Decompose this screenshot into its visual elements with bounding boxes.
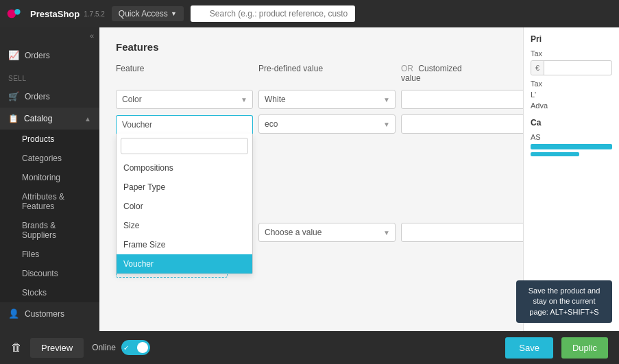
online-toggle-area: Online ✓ (92, 340, 150, 355)
save-tooltip: Save the product and stay on the current… (516, 280, 612, 323)
online-toggle[interactable]: ✓ (121, 340, 150, 355)
dropdown-item-size[interactable]: Size (117, 216, 252, 235)
tax-label-2: Tax (531, 80, 612, 88)
dropdown-item-voucher[interactable]: Voucher (117, 254, 252, 274)
duplicate-label: Duplic (572, 343, 597, 353)
global-search-input[interactable] (191, 5, 355, 22)
preview-label: Preview (41, 343, 73, 353)
feature-dropdown-panel: Compositions Paper Type Color Size Frame… (116, 134, 253, 274)
customers-label: Customers (25, 309, 64, 319)
online-label: Online (92, 343, 116, 352)
delete-product-button[interactable]: 🗑 (11, 341, 22, 354)
predefined-select-wrapper-2: eco ▼ (258, 114, 396, 134)
tax-note: L' (531, 90, 612, 99)
sidebar-item-customers[interactable]: 👤 Customers (0, 302, 99, 325)
svg-point-0 (8, 10, 16, 19)
customized-input-3[interactable] (401, 223, 523, 242)
predefined-select-3[interactable]: Choose a value (258, 223, 396, 242)
card-section-title: Ca (531, 118, 612, 128)
toggle-knob (137, 342, 148, 353)
dropdown-search-input[interactable] (121, 138, 248, 154)
catalog-icon: 📋 (8, 114, 19, 123)
catalog-submenu: Products Categories Monitoring Attribute… (0, 130, 99, 302)
predefined-select-wrapper-3: Choose a value ▼ (258, 223, 396, 242)
bottom-action-bar: 🗑 Preview Online ✓ Save Duplic (0, 331, 619, 364)
dropdown-item-paper-type[interactable]: Paper Type (117, 178, 252, 197)
sidebar-item-discounts[interactable]: Discounts (0, 264, 99, 283)
predefined-select-wrapper-1: White ▼ (258, 90, 396, 109)
customized-input-1[interactable] (401, 90, 523, 109)
dropdown-item-frame-size[interactable]: Frame Size (117, 235, 252, 254)
adv-label: Adva (531, 101, 612, 110)
sidebar-item-customer-service[interactable]: 💬 Customer Service (0, 325, 99, 331)
sidebar-item-catalog[interactable]: 📋 Catalog ▲ (0, 108, 99, 130)
sell-section-label: SELL (0, 66, 99, 85)
card-bar-short (531, 152, 579, 156)
feature-select-wrapper-1: Color ▼ (116, 90, 253, 109)
as-label: AS (531, 133, 612, 141)
feature-select-1[interactable]: Color (116, 90, 253, 109)
prestashop-logo (7, 7, 26, 21)
sidebar: « 📈 Orders SELL 🛒 Orders 📋 Catalog ▲ Pro… (0, 27, 99, 331)
sidebar-item-files[interactable]: Files (0, 245, 99, 264)
feature-select-2[interactable]: Voucher (116, 115, 253, 134)
feature-row-1: Color ▼ White ▼ 🗑 (116, 90, 507, 109)
customized-input-2[interactable] (401, 114, 523, 134)
tax-label-1: Tax (531, 49, 612, 58)
sidebar-item-brands[interactable]: Brands & Suppliers (0, 216, 99, 245)
price-input[interactable] (544, 61, 592, 75)
sidebar-item-attributes[interactable]: Attributes & Features (0, 187, 99, 216)
right-panel-title: Pri (531, 34, 612, 44)
top-navigation-bar: PrestaShop 1.7.5.2 Quick Access ▼ 🔍 (0, 0, 619, 27)
feature-col-header: Feature (116, 64, 253, 83)
check-icon: ✓ (123, 344, 129, 352)
feature-row-2-container: Voucher Compositions Paper Type Color Si… (116, 114, 507, 134)
svg-point-1 (14, 9, 20, 14)
search-area: 🔍 (191, 5, 355, 22)
sidebar-item-categories[interactable]: Categories (0, 149, 99, 168)
sidebar-item-monitoring[interactable]: Monitoring (0, 168, 99, 187)
save-button[interactable]: Save (505, 337, 553, 359)
main-content: Features Feature Pre-defined value OR Cu… (99, 27, 523, 331)
sidebar-item-dashboard[interactable]: 📈 Orders (0, 44, 99, 66)
features-section-title: Features (116, 41, 507, 53)
currency-badge: € (531, 61, 544, 75)
card-section: Ca AS (531, 118, 612, 156)
predefined-col-header: Pre-defined value (258, 64, 396, 83)
sidebar-item-stocks[interactable]: Stocks (0, 283, 99, 302)
price-input-wrapper: € (531, 60, 612, 75)
quick-access-button[interactable]: Quick Access ▼ (112, 6, 184, 21)
chevron-down-icon: ▼ (171, 10, 177, 17)
brand-name: PrestaShop (30, 9, 80, 19)
logo-area: PrestaShop 1.7.5.2 (7, 7, 105, 21)
sidebar-item-label: Orders (25, 51, 50, 60)
sidebar-item-products[interactable]: Products (0, 130, 99, 149)
tooltip-text: Save the product and stay on the current… (529, 287, 600, 316)
or-label: OR (401, 64, 413, 73)
features-headers: Feature Pre-defined value OR Customized … (116, 64, 507, 86)
save-label: Save (519, 343, 539, 353)
preview-button[interactable]: Preview (30, 338, 84, 358)
feature-row-2: Voucher Compositions Paper Type Color Si… (116, 114, 507, 134)
card-bar-full (531, 144, 612, 149)
catalog-label: Catalog (24, 114, 52, 123)
quick-access-label: Quick Access (119, 9, 168, 19)
dashboard-icon: 📈 (8, 50, 19, 60)
dropdown-item-compositions[interactable]: Compositions (117, 158, 252, 178)
feature-dropdown-container: Voucher Compositions Paper Type Color Si… (116, 115, 253, 134)
version-label: 1.7.5.2 (84, 10, 105, 18)
sidebar-collapse-button[interactable]: « (0, 27, 99, 44)
customers-icon: 👤 (8, 308, 19, 319)
dropdown-item-color[interactable]: Color (117, 197, 252, 216)
chevron-up-icon: ▲ (84, 115, 91, 123)
predefined-select-1[interactable]: White (258, 90, 396, 109)
sidebar-item-orders[interactable]: 🛒 Orders (0, 85, 99, 108)
customized-col-header: OR Customized value (401, 64, 481, 83)
orders-label: Orders (25, 92, 50, 101)
predefined-select-2[interactable]: eco (258, 114, 396, 134)
orders-icon: 🛒 (8, 91, 19, 101)
duplicate-button[interactable]: Duplic (561, 337, 608, 359)
